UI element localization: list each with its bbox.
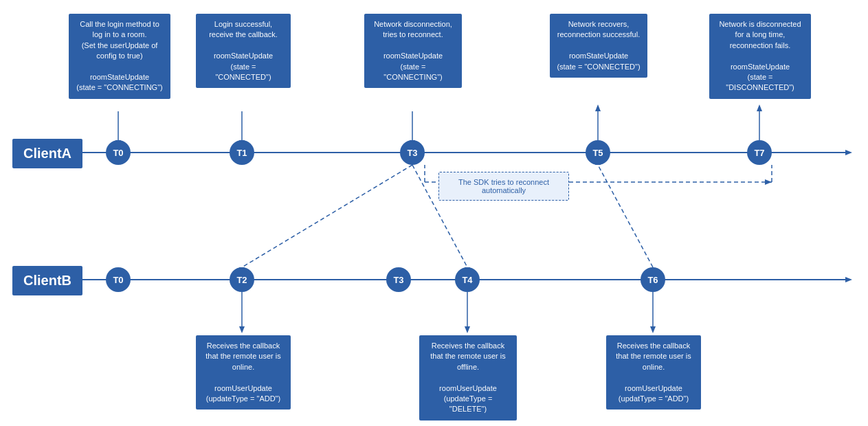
circle-a-t1: T1 bbox=[230, 140, 254, 165]
info-box-t2-b: Receives the callback that the remote us… bbox=[196, 335, 291, 410]
svg-marker-27 bbox=[765, 179, 772, 185]
info-box-t7-a: Network is disconnected for a long time,… bbox=[709, 14, 811, 99]
circle-a-t7: T7 bbox=[747, 140, 772, 165]
svg-line-18 bbox=[598, 165, 653, 267]
svg-marker-25 bbox=[650, 326, 656, 333]
info-box-t0-a: Call the login method to log in to a roo… bbox=[69, 14, 170, 99]
svg-marker-11 bbox=[595, 104, 601, 111]
circle-b-t6: T6 bbox=[641, 267, 665, 292]
info-box-t4-b: Receives the callback that the remote us… bbox=[419, 335, 517, 421]
circle-b-t2: T2 bbox=[230, 267, 254, 292]
info-box-t3-a: Network disconnection, tries to reconnec… bbox=[364, 14, 462, 88]
circle-a-t3: T3 bbox=[400, 140, 425, 165]
circle-a-t5: T5 bbox=[586, 140, 610, 165]
svg-marker-1 bbox=[845, 150, 852, 155]
client-b-label: ClientB bbox=[12, 266, 82, 295]
info-box-t6-b: Receives the callback that the remote us… bbox=[606, 335, 701, 410]
info-box-t5-a: Network recovers, reconnection successfu… bbox=[550, 14, 647, 78]
circle-a-t0: T0 bbox=[106, 140, 131, 165]
sdk-reconnect-box: The SDK tries to reconnect automatically bbox=[438, 172, 569, 201]
circle-b-t3: T3 bbox=[386, 267, 411, 292]
sequence-diagram: ClientA ClientB Call the login method to… bbox=[0, 0, 868, 426]
client-a-label: ClientA bbox=[12, 139, 82, 168]
svg-line-14 bbox=[242, 165, 412, 267]
svg-marker-13 bbox=[757, 104, 762, 111]
info-box-t1-a: Login successful, receive the callback. … bbox=[196, 14, 291, 88]
circle-b-t4: T4 bbox=[455, 267, 480, 292]
svg-marker-23 bbox=[465, 326, 470, 333]
circle-b-t0: T0 bbox=[106, 267, 131, 292]
svg-marker-21 bbox=[239, 326, 245, 333]
svg-marker-3 bbox=[845, 277, 852, 282]
